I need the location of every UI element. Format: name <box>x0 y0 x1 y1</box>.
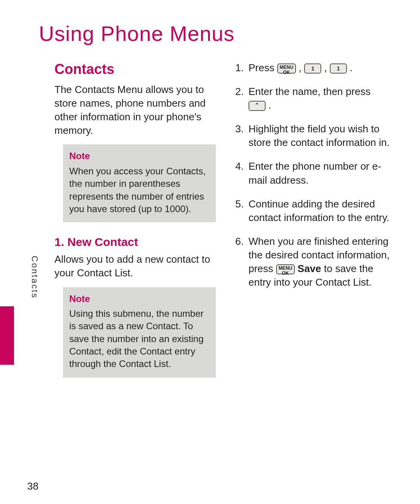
menu-ok-key-icon: MENU OK <box>277 63 296 74</box>
note-body: When you access your Contacts, the numbe… <box>69 165 210 216</box>
step-text: Press MENU OK , 1 , 1 . <box>248 61 352 75</box>
save-label: Save <box>295 263 321 274</box>
new-contact-intro: Allows you to add a new contact to your … <box>54 253 216 280</box>
key-label: OK <box>283 70 290 75</box>
text-fragment: . <box>266 99 271 111</box>
left-column: Contacts Contacts The Contacts Menu allo… <box>27 61 216 381</box>
step-6: 6. When you are finished entering the de… <box>235 235 397 289</box>
section-heading-contacts: Contacts <box>54 61 216 77</box>
step-number: 2. <box>235 85 245 112</box>
text-fragment: . <box>347 62 352 74</box>
one-key-icon: 1 <box>304 63 321 74</box>
down-arrow-key-icon: ⌃ <box>248 101 266 111</box>
text-fragment: , <box>321 62 330 74</box>
contacts-intro: The Contacts Menu allows you to store na… <box>54 83 216 137</box>
step-3: 3. Highlight the field you wish to store… <box>235 122 397 149</box>
content-columns: Contacts Contacts The Contacts Menu allo… <box>27 61 397 381</box>
step-number: 6. <box>235 235 245 289</box>
step-number: 5. <box>235 197 245 225</box>
note-box-1: Note When you access your Contacts, the … <box>63 144 216 222</box>
step-text: Highlight the field you wish to store th… <box>248 122 397 149</box>
side-section-label: Contacts <box>30 256 40 299</box>
text-fragment: Enter the name, then press <box>248 86 371 97</box>
step-5: 5. Continue adding the desired contact i… <box>235 197 397 225</box>
text-fragment: Press <box>248 62 277 74</box>
manual-page: Using Phone Menus Contacts Contacts The … <box>0 0 420 504</box>
menu-ok-key-icon: MENU OK <box>276 264 295 274</box>
note-title: Note <box>69 150 210 162</box>
step-4: 4. Enter the phone number or e-mail addr… <box>235 160 397 187</box>
note-box-2: Note Using this submenu, the number is s… <box>63 287 216 378</box>
right-column: 1. Press MENU OK , 1 , 1 . 2. Ent <box>235 61 397 381</box>
subsection-heading-new-contact: 1. New Contact <box>54 235 216 249</box>
page-number: 38 <box>27 480 38 492</box>
note-title: Note <box>69 293 210 305</box>
note-body: Using this submenu, the number is saved … <box>69 307 210 371</box>
step-number: 3. <box>235 122 245 149</box>
steps-list: 1. Press MENU OK , 1 , 1 . 2. Ent <box>235 61 397 289</box>
step-number: 1. <box>235 61 245 75</box>
chapter-title: Using Phone Menus <box>39 21 397 46</box>
text-fragment: , <box>296 62 304 74</box>
step-text: Continue adding the desired contact info… <box>248 197 397 225</box>
one-key-icon: 1 <box>330 63 347 74</box>
side-tab-marker <box>0 306 14 365</box>
key-label: OK <box>282 270 289 276</box>
step-number: 4. <box>235 160 245 187</box>
step-text: When you are finished entering the desir… <box>248 235 397 289</box>
step-text: Enter the phone number or e-mail address… <box>248 160 397 187</box>
step-1: 1. Press MENU OK , 1 , 1 . <box>235 61 397 75</box>
step-2: 2. Enter the name, then press ⌃ . <box>235 85 397 112</box>
step-text: Enter the name, then press ⌃ . <box>248 85 371 112</box>
